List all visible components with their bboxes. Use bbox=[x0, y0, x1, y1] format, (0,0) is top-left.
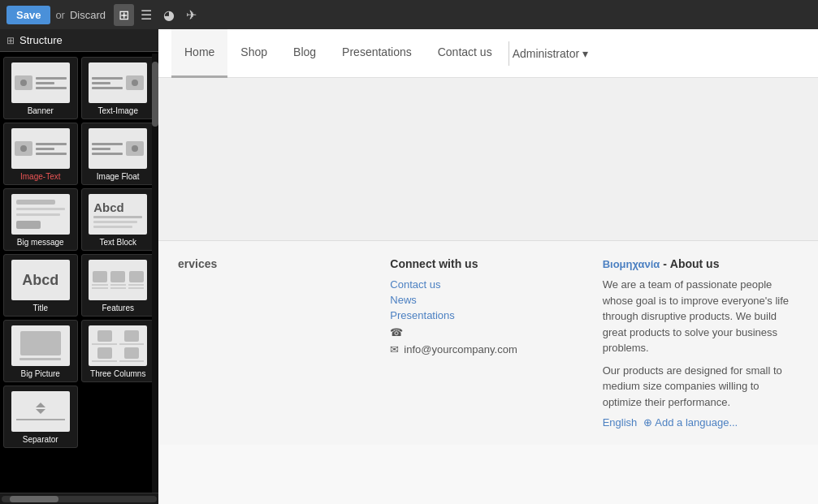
nav-link-home[interactable]: Home bbox=[171, 29, 227, 78]
discard-button[interactable]: Discard bbox=[70, 9, 106, 21]
block-item-three-columns[interactable]: Three Columns bbox=[81, 320, 156, 382]
hero-area bbox=[158, 78, 818, 240]
block-item-image-text[interactable]: Image-Text bbox=[3, 123, 78, 185]
preview-image-text bbox=[11, 138, 70, 159]
main-area: ⊞ Structure bbox=[0, 29, 818, 504]
block-preview-three-columns bbox=[89, 325, 147, 366]
block-preview-text-block: Abcd bbox=[89, 194, 147, 235]
email-icon: ✉ bbox=[390, 343, 399, 355]
footer-col-connect: Connect with us Contact us News Presenta… bbox=[390, 257, 586, 429]
camera-icon bbox=[110, 271, 125, 282]
page-content: ervices Connect with us Contact us News … bbox=[158, 78, 818, 504]
admin-label: Administrator bbox=[513, 47, 579, 60]
footer-para1: We are a team of passionate people whose… bbox=[603, 277, 799, 356]
sidebar-content: Banner Text-Image bbox=[0, 52, 158, 493]
block-preview-image-float bbox=[89, 128, 147, 169]
nav-divider bbox=[509, 41, 509, 66]
block-label-features: Features bbox=[102, 304, 134, 312]
camera-icon bbox=[97, 347, 112, 359]
block-item-separator[interactable]: Separator bbox=[3, 386, 78, 448]
structure-icon: ⊞ bbox=[6, 35, 15, 46]
footer-email-text: info@yourcompany.com bbox=[404, 343, 517, 355]
admin-dropdown-icon: ▾ bbox=[582, 47, 588, 60]
block-preview-features bbox=[89, 260, 147, 300]
hscroll-thumb bbox=[10, 496, 58, 502]
preview-text-image bbox=[89, 72, 147, 93]
hscroll-track[interactable] bbox=[2, 496, 157, 502]
block-item-title[interactable]: Abcd Title bbox=[3, 254, 78, 317]
preview-lines bbox=[36, 77, 67, 89]
block-item-text-image[interactable]: Text-Image bbox=[81, 57, 156, 119]
grid-view-button[interactable]: ⊞ bbox=[114, 4, 134, 26]
block-preview-big-message bbox=[11, 194, 70, 235]
arrow-up-icon bbox=[36, 403, 45, 407]
nav-link-presentations[interactable]: Presentations bbox=[329, 29, 425, 78]
block-item-features[interactable]: Features bbox=[81, 254, 156, 317]
nav-link-contact-us[interactable]: Contact us bbox=[425, 29, 505, 78]
block-label-title: Title bbox=[32, 304, 48, 312]
camera-icon bbox=[97, 330, 112, 342]
footer-col-about: Βιομηχανία - About us We are a team of p… bbox=[603, 257, 799, 429]
preview-three-cols bbox=[89, 327, 147, 365]
or-text: or bbox=[55, 9, 65, 21]
block-label-text-block: Text Block bbox=[99, 238, 136, 247]
preview-banner bbox=[11, 72, 70, 93]
abcd-preview: Abcd bbox=[93, 201, 124, 213]
footer-add-language[interactable]: ⊕ Add a language... bbox=[643, 416, 738, 429]
toolbar-icons: ⊞ ☰ ◕ ✈ bbox=[114, 4, 201, 26]
nav-bar: Home Shop Blog Presentations Contact us … bbox=[158, 29, 818, 78]
block-label-big-message: Big message bbox=[17, 238, 64, 247]
block-item-big-message[interactable]: Big message bbox=[3, 188, 78, 251]
footer-col1-title: ervices bbox=[178, 257, 374, 270]
top-toolbar: Save or Discard ⊞ ☰ ◕ ✈ bbox=[0, 0, 818, 29]
nav-link-blog[interactable]: Blog bbox=[280, 29, 329, 78]
footer-col3-title-text: Βιομηχανία bbox=[603, 258, 660, 270]
block-label-banner: Banner bbox=[28, 106, 54, 115]
footer-area: ervices Connect with us Contact us News … bbox=[158, 240, 818, 445]
preview-features bbox=[89, 268, 147, 292]
block-item-image-float[interactable]: Image Float bbox=[81, 123, 156, 185]
chart-view-button[interactable]: ◕ bbox=[158, 4, 180, 26]
camera-icon bbox=[93, 271, 107, 282]
sidebar-header-label: Structure bbox=[19, 34, 63, 46]
block-preview-title: Abcd bbox=[11, 260, 70, 300]
block-preview-separator bbox=[11, 391, 70, 432]
list-view-button[interactable]: ☰ bbox=[136, 4, 157, 26]
block-item-banner[interactable]: Banner bbox=[3, 57, 78, 119]
camera-icon bbox=[20, 331, 61, 355]
block-preview-text-image bbox=[89, 62, 147, 103]
footer-lang-english[interactable]: English bbox=[603, 416, 638, 429]
footer-para2: Our products are designed for small to m… bbox=[603, 363, 799, 411]
sidebar: ⊞ Structure bbox=[0, 29, 158, 504]
footer-phone: ☎ bbox=[390, 326, 586, 338]
footer-lang: English ⊕ Add a language... bbox=[603, 416, 799, 429]
sidebar-hscroll bbox=[0, 493, 158, 504]
block-grid: Banner Text-Image bbox=[3, 57, 155, 448]
footer-link-news[interactable]: News bbox=[390, 294, 586, 306]
block-item-big-picture[interactable]: Big Picture bbox=[3, 320, 78, 382]
footer-col3-subtitle: - About us bbox=[660, 257, 719, 270]
footer-link-presentations[interactable]: Presentations bbox=[390, 309, 586, 321]
block-item-text-block[interactable]: Abcd Text Block bbox=[81, 188, 156, 251]
camera-icon bbox=[126, 141, 144, 156]
camera-icon bbox=[15, 75, 32, 90]
block-label-text-image: Text-Image bbox=[98, 106, 138, 115]
footer-link-contact[interactable]: Contact us bbox=[390, 278, 586, 291]
send-button[interactable]: ✈ bbox=[181, 4, 201, 26]
footer-col2-title: Connect with us bbox=[390, 257, 586, 270]
save-button[interactable]: Save bbox=[6, 6, 50, 24]
preview-bigpic bbox=[11, 328, 70, 364]
footer-email: ✉ info@yourcompany.com bbox=[390, 343, 586, 355]
content-area: Home Shop Blog Presentations Contact us … bbox=[158, 29, 818, 504]
phone-icon: ☎ bbox=[390, 326, 403, 338]
sidebar-header: ⊞ Structure bbox=[0, 29, 158, 52]
title-preview: Abcd bbox=[22, 272, 58, 289]
block-label-separator: Separator bbox=[23, 435, 58, 444]
sidebar-vscroll[interactable] bbox=[152, 54, 158, 493]
nav-link-shop[interactable]: Shop bbox=[227, 29, 280, 78]
camera-icon bbox=[126, 75, 144, 90]
nav-admin[interactable]: Administrator ▾ bbox=[513, 47, 588, 60]
camera-icon bbox=[124, 330, 139, 342]
preview-big-msg bbox=[11, 195, 70, 234]
block-preview-big-picture bbox=[11, 325, 70, 366]
